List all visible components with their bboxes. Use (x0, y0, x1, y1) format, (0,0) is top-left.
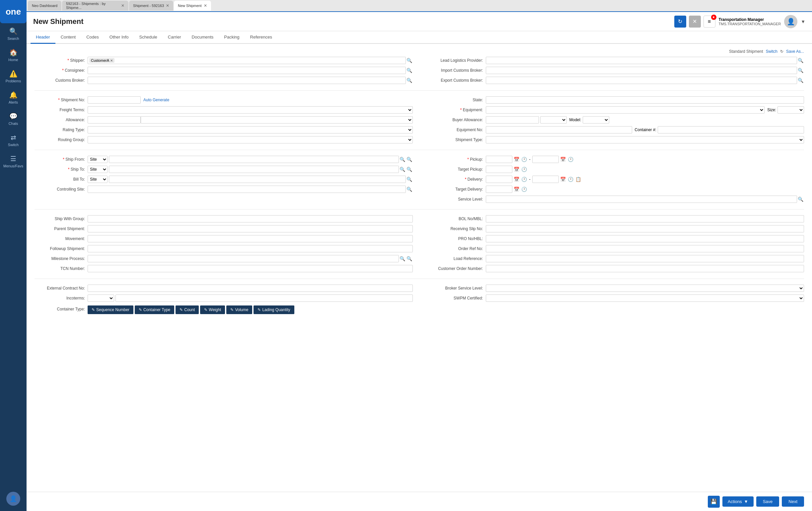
user-avatar-sidebar[interactable]: 👤 (6, 492, 20, 506)
tab-header[interactable]: Header (31, 31, 55, 44)
ship-from-search2-button[interactable]: 🔍 (406, 157, 413, 162)
delivery-date-input[interactable] (486, 176, 512, 183)
customer-order-input[interactable] (486, 265, 804, 272)
sidebar-item-alerts[interactable]: 🔔 Alerts (0, 87, 27, 108)
size-select[interactable] (778, 106, 804, 113)
swpm-select[interactable] (486, 295, 804, 302)
target-pickup-date-input[interactable] (486, 166, 512, 173)
bill-to-type[interactable]: Site (88, 176, 108, 183)
menu-button[interactable]: ≡ ★ (703, 16, 716, 28)
next-button[interactable]: Next (782, 496, 804, 507)
tab-other-info[interactable]: Other Info (104, 31, 134, 44)
shipper-tag-remove[interactable]: ✕ (110, 59, 113, 62)
export-customs-input[interactable] (486, 77, 798, 84)
customs-broker-input[interactable] (88, 77, 406, 84)
external-contract-input[interactable] (88, 285, 413, 292)
rating-type-select[interactable] (88, 126, 413, 133)
container-hash-input[interactable] (658, 126, 804, 133)
receiving-slip-input[interactable] (486, 225, 804, 233)
state-input[interactable] (486, 96, 804, 104)
sidebar-item-menus[interactable]: ☰ Menus/Favs (0, 151, 27, 172)
customs-broker-search-button[interactable]: 🔍 (406, 78, 413, 83)
save-as-link[interactable]: Save As... (786, 49, 804, 54)
app-logo[interactable]: one (0, 0, 27, 23)
volume-button[interactable]: ✎ Volume (226, 305, 252, 314)
equipment-no-input[interactable] (486, 126, 632, 133)
seq-num-button[interactable]: ✎ Sequence Number (88, 305, 134, 314)
ship-to-type[interactable]: Site (88, 166, 108, 173)
lading-qty-button[interactable]: ✎ Lading Quantity (254, 305, 294, 314)
target-delivery-calendar-icon[interactable]: 📅 (513, 187, 520, 192)
tab-shipment-592163[interactable]: Shipment - 592163 ✕ (129, 1, 173, 10)
service-level-search-button[interactable]: 🔍 (797, 196, 804, 202)
service-level-input[interactable] (486, 195, 798, 203)
target-delivery-date-input[interactable] (486, 186, 512, 193)
pickup-date2-input[interactable] (532, 156, 559, 163)
import-customs-search-button[interactable]: 🔍 (797, 68, 804, 73)
controlling-site-search-button[interactable]: 🔍 (406, 187, 413, 192)
allowance-input1[interactable] (88, 116, 141, 124)
buyer-allowance-select[interactable] (540, 116, 567, 124)
milestone-input[interactable] (88, 255, 399, 262)
freight-terms-select[interactable] (88, 106, 413, 113)
delivery-time2-icon[interactable]: 🕐 (567, 177, 574, 182)
bol-mbl-input[interactable] (486, 215, 804, 222)
sidebar-item-switch[interactable]: ⇄ Switch (0, 130, 27, 151)
lead-logistics-search-button[interactable]: 🔍 (797, 58, 804, 63)
target-pickup-calendar-icon[interactable]: 📅 (513, 167, 520, 172)
delivery-extra-icon[interactable]: 📋 (575, 177, 582, 182)
tcn-input[interactable] (88, 265, 413, 272)
tab-close-icon[interactable]: ✕ (121, 3, 124, 8)
order-ref-input[interactable] (486, 245, 804, 252)
tab-packing[interactable]: Packing (219, 31, 244, 44)
allowance-select[interactable] (141, 116, 413, 124)
lead-logistics-input[interactable] (486, 57, 798, 64)
shipper-input-container[interactable]: CustomerA ✕ (88, 57, 406, 64)
switch-link[interactable]: Switch (766, 49, 778, 54)
sidebar-item-chats[interactable]: 💬 Chats (0, 108, 27, 130)
incoterms-select[interactable] (88, 295, 114, 302)
ship-to-input[interactable] (109, 166, 399, 173)
tab-schedule[interactable]: Schedule (134, 31, 163, 44)
delivery-calendar-icon[interactable]: 📅 (513, 177, 520, 182)
tab-neo-dashboard[interactable]: Neo Dashboard (28, 1, 61, 10)
followup-input[interactable] (88, 245, 413, 252)
pickup-date-input[interactable] (486, 156, 512, 163)
tab-close-icon[interactable]: ✕ (166, 3, 169, 8)
buyer-allowance-input1[interactable] (486, 116, 539, 124)
refresh-button[interactable]: ↻ (674, 16, 686, 28)
auto-generate-link[interactable]: Auto Generate (143, 98, 169, 102)
sidebar-item-problems[interactable]: ⚠️ Problems (0, 66, 27, 87)
incoterms-input[interactable] (115, 295, 413, 302)
user-dropdown-arrow[interactable]: ▼ (801, 19, 805, 24)
sidebar-item-search[interactable]: 🔍 Search (0, 23, 27, 45)
bill-to-search-button[interactable]: 🔍 (406, 177, 413, 182)
tab-codes[interactable]: Codes (81, 31, 104, 44)
ship-from-search-button[interactable]: 🔍 (399, 157, 406, 162)
pickup-time2-icon[interactable]: 🕐 (567, 157, 574, 162)
movement-input[interactable] (88, 235, 413, 242)
import-customs-input[interactable] (486, 67, 798, 74)
save-button[interactable]: Save (756, 496, 780, 507)
pickup-time-icon[interactable]: 🕐 (521, 157, 528, 162)
load-reference-input[interactable] (486, 255, 804, 262)
tab-close-icon[interactable]: ✕ (204, 3, 207, 8)
controlling-site-input[interactable] (88, 186, 406, 193)
routing-group-select[interactable] (88, 136, 413, 143)
save-icon-button[interactable]: 💾 (708, 496, 720, 508)
shipper-search-button[interactable]: 🔍 (406, 58, 413, 63)
count-button[interactable]: ✎ Count (176, 305, 199, 314)
ship-from-input[interactable] (109, 156, 399, 163)
bill-to-input[interactable] (109, 176, 406, 183)
sidebar-item-home[interactable]: 🏠 Home (0, 45, 27, 66)
tab-new-shipment[interactable]: New Shipment ✕ (174, 1, 211, 10)
delivery-calendar2-icon[interactable]: 📅 (559, 177, 567, 182)
close-button[interactable]: ✕ (689, 16, 701, 28)
tab-documents[interactable]: Documents (186, 31, 219, 44)
parent-shipment-input[interactable] (88, 225, 413, 233)
milestone-search-button[interactable]: 🔍 (399, 256, 406, 261)
user-avatar-header[interactable]: 👤 (784, 15, 798, 28)
milestone-search2-button[interactable]: 🔍 (406, 256, 413, 261)
container-type-button[interactable]: ✎ Container Type (135, 305, 174, 314)
weight-button[interactable]: ✎ Weight (200, 305, 225, 314)
